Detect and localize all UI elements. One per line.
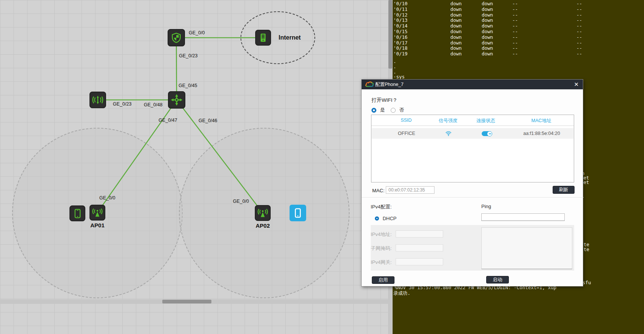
app-logo-cloud-icon (365, 81, 374, 89)
internet-server-label: Internet (279, 34, 331, 41)
ping-target-input[interactable] (481, 213, 565, 221)
port-label: GE_0/23 (113, 101, 131, 107)
ipv4-gateway-input[interactable] (396, 258, 443, 265)
subnet-mask-input[interactable] (396, 244, 443, 251)
dhcp-radio[interactable]: DHCP (375, 215, 396, 221)
console-text: ·sys (393, 74, 405, 80)
dhcp-label: DHCP (383, 216, 397, 221)
toggle-knob (487, 131, 492, 136)
port-label: GE_0/45 (179, 83, 197, 88)
interface-status-row: '0/13downdown---- (393, 17, 644, 23)
port-label: GE_0/47 (159, 118, 177, 123)
topology-links-layer (0, 0, 393, 334)
wifi-yes-label: 是 (380, 107, 385, 113)
mac-input[interactable] (386, 186, 434, 194)
ping-label: Ping (481, 204, 491, 209)
console-text: sfu (582, 280, 591, 285)
dialog-titlebar[interactable]: 配置Phone_7 ✕ (362, 80, 583, 89)
ipv4-config-label: IPv4配置: (371, 204, 392, 210)
wifi-yes-radio[interactable]: 是 (371, 107, 385, 113)
subnet-mask-label: 子网掩码: (371, 245, 392, 252)
ap01-node[interactable] (89, 205, 105, 221)
section-divider (362, 197, 584, 198)
interface-status-row: '0/18downdown---- (393, 45, 644, 51)
close-icon[interactable]: ✕ (574, 80, 579, 89)
port-label: GE_0/46 (199, 118, 217, 123)
port-label: GE_0/48 (144, 102, 162, 107)
start-button[interactable]: 启动 (486, 276, 509, 283)
mac-cell: aa:f1:88:5e:04:20 (523, 128, 560, 139)
interface-status-row: '0/11downdown---- (393, 6, 644, 12)
ipv4-address-label: IPv4地址: (371, 231, 392, 238)
interface-status-row: '0/14downdown---- (393, 23, 644, 29)
radio-selected-icon[interactable] (375, 216, 379, 221)
phone-config-dialog: 配置Phone_7 ✕ 打开WIFI？ 是 否 SSID 信号强度 连接状态 M… (361, 79, 583, 287)
ipv4-gateway-label: IPv4网关: (371, 259, 392, 266)
ipv4-address-input[interactable] (396, 230, 443, 237)
wifi-connect-toggle[interactable] (482, 131, 492, 136)
interface-status-row: '0/19downdown---- (393, 51, 644, 57)
interface-status-row: '0/12downdown---- (393, 12, 644, 18)
ap02-label: AP02 (236, 222, 289, 229)
column-header-ssid: SSID (401, 118, 411, 123)
console-text: . (393, 58, 396, 64)
horizontal-scroll-thumb[interactable] (162, 300, 211, 303)
refresh-button[interactable]: 刷新 (553, 186, 575, 194)
ssid-cell: OFFICE (398, 128, 415, 139)
firewall-node[interactable] (168, 29, 185, 46)
wifi-signal-icon (445, 128, 452, 140)
wireless-ac-node[interactable] (89, 92, 106, 108)
table-header-divider (371, 126, 574, 126)
interface-status-row: '0/15downdown---- (393, 29, 644, 34)
column-header-mac: MAC地址 (532, 118, 552, 124)
phone-sta-node[interactable] (69, 205, 85, 221)
wifi-no-radio[interactable]: 否 (391, 107, 404, 113)
wifi-no-label: 否 (399, 107, 404, 113)
console-text: 录成功. (393, 290, 410, 297)
application-window: InternetAP01AP02 GE_0/0GE_0/23GE_0/45GE_… (0, 0, 644, 334)
internet-server-node[interactable] (255, 30, 271, 46)
port-label: GE_0/23 (179, 53, 197, 58)
console-text: te (584, 247, 589, 252)
wifi-question-label: 打开WIFI？ (371, 97, 397, 104)
radio-selected-icon[interactable] (371, 108, 376, 113)
dialog-title: 配置Phone_7 (375, 80, 404, 89)
ping-output-area (481, 227, 572, 269)
core-switch-node[interactable] (168, 91, 185, 109)
column-header-state: 连接状态 (476, 118, 495, 124)
radio-unselected-icon[interactable] (391, 108, 396, 113)
port-label: GE_0/0 (233, 199, 249, 204)
interface-status-row: '0/10downdown---- (393, 1, 644, 6)
phone-7-node[interactable] (290, 205, 306, 221)
wifi-networks-table: SSID 信号强度 连接状态 MAC地址 OFFICE aa: (371, 115, 574, 182)
ap02-node[interactable] (255, 205, 271, 221)
port-label: GE_0/0 (99, 195, 115, 201)
interface-status-row: '0/17downdown---- (393, 40, 644, 46)
interface-status-row: '0/16downdown---- (393, 34, 644, 40)
port-label: GE_0/0 (189, 30, 205, 35)
ap01-label: AP01 (71, 222, 124, 228)
console-text: . (393, 64, 396, 69)
enable-button[interactable]: 启用 (372, 276, 394, 284)
vertical-scroll-thumb[interactable] (388, 0, 392, 69)
mac-label: MAC: (372, 188, 385, 193)
column-header-signal: 信号强度 (439, 118, 458, 124)
topology-canvas[interactable]: InternetAP01AP02 GE_0/0GE_0/23GE_0/45GE_… (0, 0, 393, 334)
canvas-horizontal-scrollbar[interactable] (0, 299, 388, 304)
wifi-network-row[interactable]: OFFICE aa:f1:88:5e:04:20 (372, 128, 573, 139)
